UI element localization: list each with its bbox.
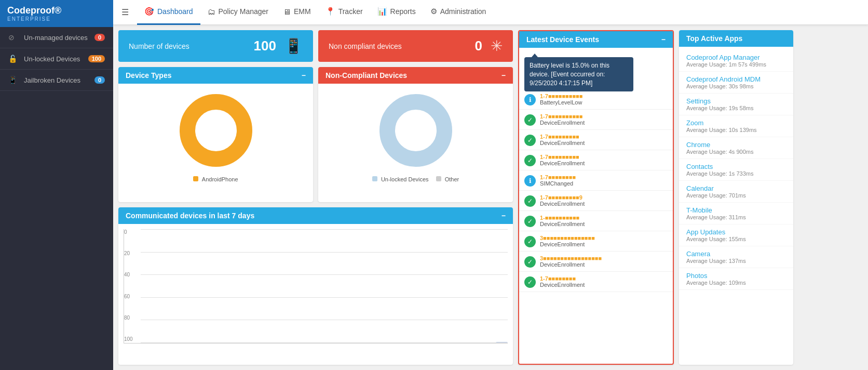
event-item[interactable]: ✓3■■■■■■■■■■■■■■■■■DeviceEnrollment	[519, 252, 673, 272]
nav-item-tracker[interactable]: 📍Tracker	[318, 0, 370, 25]
app-item: T-MobileAverage Usage: 311ms	[679, 203, 793, 224]
app-name[interactable]: Codeproof App Manager	[686, 54, 786, 61]
app-name[interactable]: Photos	[686, 272, 786, 280]
nav-icon-admin: ⚙	[430, 7, 437, 16]
content-area: Number of devices 100 📱 Non compliant de…	[113, 25, 868, 370]
nav-icon-dashboard: 🎯	[144, 7, 154, 16]
noncompliant-legend: Un-locked Devices Other	[372, 176, 459, 182]
stats-row: Number of devices 100 📱 Non compliant de…	[118, 30, 513, 62]
event-icon-check: ✓	[524, 114, 536, 126]
event-list: ℹ1-7■■■■■■■■■■BatteryLevelLow✓1-7■■■■■■■…	[519, 48, 673, 364]
bar-grid	[141, 229, 508, 343]
app-name[interactable]: Codeproof Android MDM	[686, 75, 786, 83]
device-types-minimize[interactable]: −	[302, 71, 306, 80]
device-types-chart	[174, 89, 257, 172]
event-item[interactable]: ✓3■■■■■■■■■■■■■■■DeviceEnrollment	[519, 231, 673, 252]
noncompliant-stat-value: 0	[475, 38, 482, 54]
app-item: Codeproof App ManagerAverage Usage: 1m 5…	[679, 50, 793, 72]
phone-icon: 📱	[284, 37, 303, 55]
event-text: 3■■■■■■■■■■■■■■■■■DeviceEnrollment	[540, 255, 602, 268]
event-item[interactable]: ✓1-7■■■■■■■■■DeviceEnrollment	[519, 150, 673, 170]
sidebar-icon-jailbroken: 📱	[8, 76, 19, 84]
event-item[interactable]: ✓1-7■■■■■■■■DeviceEnrollment	[519, 272, 673, 292]
nav-icon-reports: 📊	[377, 7, 387, 16]
nav-item-admin[interactable]: ⚙Administration	[423, 0, 494, 25]
app-usage: Average Usage: 30s 98ms	[686, 83, 786, 89]
app-usage: Average Usage: 10s 139ms	[686, 127, 786, 133]
app-item: ChromeAverage Usage: 4s 900ms	[679, 137, 793, 159]
nav-label-policy: Policy Manager	[219, 7, 269, 16]
bar-chart-area: 100 80 60 40 20 0	[124, 229, 508, 343]
app-usage: Average Usage: 1s 733ms	[686, 170, 786, 177]
event-device-id: 1-■■■■■■■■■■	[540, 215, 585, 221]
event-icon-check: ✓	[524, 276, 536, 288]
sidebar-item-unlocked[interactable]: 🔓Un-locked Devices100	[0, 48, 113, 70]
sidebar-item-unmanaged[interactable]: ⊘Un-managed devices0	[0, 27, 113, 48]
nav-item-policy[interactable]: 🗂Policy Manager	[200, 0, 276, 25]
event-item[interactable]: ✓1-■■■■■■■■■■DeviceEnrollment	[519, 211, 673, 231]
app-usage: Average Usage: 4s 900ms	[686, 149, 786, 155]
nav-icon-tracker: 📍	[326, 7, 335, 16]
app-usage: Average Usage: 109ms	[686, 280, 786, 286]
communicated-header: Communicated devices in last 7 days −	[118, 207, 513, 224]
latest-events-minimize[interactable]: −	[661, 35, 666, 44]
legend-dot-androidphone	[193, 176, 198, 181]
event-device-id: 3■■■■■■■■■■■■■■■■■	[540, 255, 602, 261]
nav-item-reports[interactable]: 📊Reports	[370, 0, 423, 25]
device-types-header: Device Types −	[118, 67, 313, 84]
devices-stat-card: Number of devices 100 📱	[118, 30, 313, 62]
event-icon-check: ✓	[524, 155, 536, 166]
latest-events-panel: Latest Device Events − Battery level is …	[518, 30, 674, 365]
app-name[interactable]: Contacts	[686, 163, 786, 170]
noncompliant-devices-minimize[interactable]: −	[501, 71, 506, 80]
app-name[interactable]: Settings	[686, 97, 786, 105]
app-name[interactable]: T-Mobile	[686, 206, 786, 214]
app-name[interactable]: Zoom	[686, 119, 786, 127]
legend-other: Other	[436, 176, 459, 182]
nav-label-reports: Reports	[390, 7, 416, 16]
device-types-body: AndroidPhone	[118, 84, 313, 188]
battery-tooltip: Battery level is 15.0% on this device. […	[524, 57, 633, 91]
event-item[interactable]: ✓1-7■■■■■■■■■9DeviceEnrollment	[519, 191, 673, 211]
noncompliant-stat-right: 0 ✳	[475, 37, 503, 55]
nav-icon-policy: 🗂	[208, 7, 215, 16]
event-text: 1-7■■■■■■■■■■BatteryLevelLow	[540, 93, 582, 105]
event-text: 3■■■■■■■■■■■■■■■DeviceEnrollment	[540, 235, 595, 247]
sidebar-badge-unlocked: 100	[88, 55, 105, 62]
event-icon-check: ✓	[524, 256, 536, 268]
device-types-legend: AndroidPhone	[193, 176, 238, 182]
event-device-id: 1-7■■■■■■■■■■	[540, 93, 582, 99]
communicated-minimize[interactable]: −	[501, 212, 506, 220]
device-types-title: Device Types	[126, 71, 171, 80]
logo-title: Codeproof®	[7, 5, 106, 16]
event-type-label: BatteryLevelLow	[540, 99, 582, 105]
noncompliant-devices-header: Non-Compliant Devices −	[318, 67, 513, 84]
app-item: CameraAverage Usage: 137ms	[679, 246, 793, 268]
event-item[interactable]: ℹ1-7■■■■■■■■■■BatteryLevelLow	[519, 89, 673, 110]
event-item[interactable]: ✓1-7■■■■■■■■■DeviceEnrollment	[519, 130, 673, 150]
event-type-label: DeviceEnrollment	[540, 120, 585, 126]
event-text: 1-7■■■■■■■■SIMChanged	[540, 174, 576, 187]
app-name[interactable]: App Updates	[686, 228, 786, 236]
communicated-title: Communicated devices in last 7 days	[126, 212, 254, 220]
legend-androidphone: AndroidPhone	[193, 176, 238, 182]
app-item: App UpdatesAverage Usage: 155ms	[679, 224, 793, 246]
event-type-label: DeviceEnrollment	[540, 201, 585, 207]
left-panel: Number of devices 100 📱 Non compliant de…	[118, 30, 513, 365]
bar-fill	[496, 342, 508, 343]
nav-item-emm[interactable]: 🖥EMM	[276, 0, 318, 25]
sidebar-label-unmanaged: Un-managed devices	[24, 34, 94, 42]
app-name[interactable]: Calendar	[686, 184, 786, 192]
latest-events-header: Latest Device Events −	[519, 31, 673, 48]
sidebar-item-jailbroken[interactable]: 📱Jailbroken Devices0	[0, 70, 113, 91]
app-name[interactable]: Chrome	[686, 141, 786, 149]
hamburger-icon[interactable]: ☰	[121, 7, 129, 17]
topnav: ☰ 🎯Dashboard🗂Policy Manager🖥EMM📍Tracker📊…	[113, 0, 868, 25]
event-icon-check: ✓	[524, 135, 536, 146]
nav-item-dashboard[interactable]: 🎯Dashboard	[137, 0, 200, 25]
app-usage: Average Usage: 137ms	[686, 258, 786, 264]
event-item[interactable]: ℹ1-7■■■■■■■■SIMChanged	[519, 170, 673, 191]
event-item[interactable]: ✓1-7■■■■■■■■■■DeviceEnrollment	[519, 110, 673, 130]
latest-events-title: Latest Device Events	[526, 35, 599, 44]
app-name[interactable]: Camera	[686, 250, 786, 258]
